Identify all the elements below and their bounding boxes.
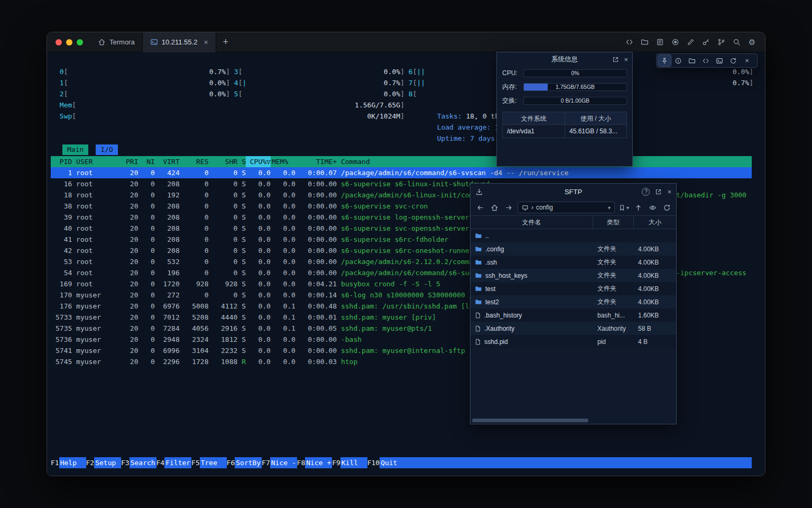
memory-usage-value: 1.75GB/7.65GB: [524, 84, 626, 90]
time-cell: 0:00.00: [296, 223, 337, 234]
virt-cell: 208: [155, 223, 180, 234]
refresh-icon[interactable]: [726, 55, 740, 67]
up-directory-icon[interactable]: [633, 202, 643, 213]
close-window-button[interactable]: [56, 39, 62, 46]
column-size[interactable]: 大小: [634, 216, 676, 229]
process-row[interactable]: 1 root 20 0 424 0 0 S 0.0 0.0 0:00.07 /p…: [51, 167, 752, 178]
swap-meter: Swp[ 0K/1024M]: [56, 111, 404, 122]
folder-icon[interactable]: [640, 38, 649, 47]
record-icon[interactable]: [671, 38, 680, 47]
current-directory: config: [536, 204, 553, 211]
open-in-window-icon[interactable]: [655, 188, 662, 195]
column-ni[interactable]: NI: [139, 156, 155, 167]
code-icon[interactable]: [699, 55, 713, 67]
column-virt[interactable]: VIRT: [155, 156, 180, 167]
column-filename[interactable]: 文件名: [470, 216, 593, 229]
close-tab-icon[interactable]: ×: [204, 38, 208, 47]
close-panel-icon[interactable]: ×: [667, 188, 671, 195]
titlebar-toolbar: ⚙: [625, 38, 765, 47]
cpu-percent: 0.0%: [209, 77, 226, 88]
close-panel-icon[interactable]: ×: [624, 56, 628, 63]
shr-cell: 928: [209, 278, 238, 289]
home-icon[interactable]: [489, 202, 500, 213]
tab-ssh-session[interactable]: 10.211.55.2 ×: [142, 32, 216, 52]
shr-cell: 0: [209, 267, 238, 278]
function-key[interactable]: F1Help: [51, 457, 86, 468]
pid-cell: 5745: [56, 356, 72, 367]
edit-icon[interactable]: [686, 38, 695, 47]
file-size-cell: 4.00KB: [634, 272, 676, 279]
function-key[interactable]: F9Kill: [332, 457, 367, 468]
virt-cell: 7012: [155, 312, 180, 323]
file-row[interactable]: .Xauthority Xauthority 58 B: [470, 322, 676, 335]
zoom-window-button[interactable]: [77, 39, 83, 46]
function-key[interactable]: F4Filter: [156, 457, 192, 468]
column-filesystem[interactable]: 文件系统: [503, 112, 565, 124]
new-tab-button[interactable]: +: [216, 37, 236, 48]
function-key[interactable]: F3Search: [121, 457, 156, 468]
file-type-cell: Xauthority: [593, 325, 634, 332]
forward-icon[interactable]: [503, 202, 514, 213]
column-usage-size[interactable]: 使用 / 大小: [565, 112, 626, 124]
file-row[interactable]: sshd.pid pid 4 B: [470, 335, 676, 348]
back-icon[interactable]: [475, 202, 485, 213]
terminal-icon[interactable]: [713, 55, 726, 67]
log-icon[interactable]: [656, 38, 665, 47]
help-icon[interactable]: ?: [642, 188, 650, 196]
settings-icon[interactable]: ⚙: [748, 38, 756, 47]
scrollbar-thumb[interactable]: [472, 419, 588, 422]
computer-icon: [522, 204, 529, 211]
memory-usage-row: 内存: 1.75GB/7.65GB: [497, 80, 632, 94]
show-hidden-icon[interactable]: [647, 202, 658, 213]
function-key[interactable]: F8Nice +: [297, 457, 333, 468]
column-pid[interactable]: PID: [56, 156, 72, 167]
folder-icon[interactable]: [685, 55, 699, 67]
file-row[interactable]: .bash_history bash_hi... 1.60KB: [470, 309, 676, 322]
branch-icon[interactable]: [717, 38, 726, 47]
tab-main[interactable]: Main: [62, 144, 88, 155]
function-key-label: Nice -: [270, 457, 297, 468]
minimize-window-button[interactable]: [66, 39, 72, 46]
function-key[interactable]: F5Tree: [191, 457, 227, 468]
filesystem-row[interactable]: /dev/vda1 45.61GB / 58.3...: [503, 125, 626, 138]
column-cpu-sort[interactable]: CPU%▽: [246, 156, 271, 167]
function-key[interactable]: F7Nice -: [262, 457, 297, 468]
file-row[interactable]: ..: [470, 229, 676, 242]
info-icon[interactable]: [671, 55, 685, 67]
column-user[interactable]: USER: [72, 156, 117, 167]
column-res[interactable]: RES: [180, 156, 209, 167]
file-name: test2: [485, 298, 499, 306]
function-key[interactable]: F2Setup: [86, 457, 122, 468]
function-key[interactable]: F10Quit: [367, 457, 407, 468]
open-in-window-icon[interactable]: [612, 56, 619, 63]
file-row[interactable]: test2 文件夹 4.00KB: [470, 295, 676, 309]
file-row[interactable]: test 文件夹 4.00KB: [470, 282, 676, 295]
key-icon[interactable]: [702, 38, 710, 47]
close-icon[interactable]: ×: [740, 55, 754, 67]
pin-icon[interactable]: [658, 55, 671, 67]
column-state[interactable]: S: [237, 156, 246, 167]
tab-io[interactable]: I/O: [96, 144, 117, 155]
download-icon[interactable]: [475, 188, 483, 196]
horizontal-scrollbar[interactable]: [472, 419, 675, 422]
pri-cell: 20: [117, 189, 138, 201]
file-size-cell: 4.00KB: [634, 298, 676, 306]
column-shr[interactable]: SHR: [209, 156, 238, 167]
path-breadcrumb[interactable]: › config ▾: [518, 202, 615, 213]
file-row[interactable]: .ssh 文件夹 4.00KB: [470, 256, 676, 269]
function-key-number: F10: [367, 457, 380, 468]
time-cell: 0:00.00: [296, 212, 337, 223]
function-key[interactable]: F6SortBy: [227, 457, 262, 468]
column-type[interactable]: 类型: [593, 216, 634, 229]
column-pri[interactable]: PRI: [117, 156, 138, 167]
file-row[interactable]: ssh_host_keys 文件夹 4.00KB: [470, 269, 676, 282]
refresh-icon[interactable]: [661, 202, 672, 213]
chevron-down-icon[interactable]: ▾: [608, 205, 611, 211]
column-time[interactable]: TIME+: [296, 156, 337, 167]
file-row[interactable]: .config 文件夹 4.00KB: [470, 242, 676, 256]
code-icon[interactable]: [625, 38, 634, 47]
search-icon[interactable]: [732, 38, 741, 47]
bookmarks-button[interactable]: ▾: [619, 204, 629, 211]
tab-home[interactable]: Termora: [90, 32, 142, 52]
column-mem[interactable]: MEM%: [271, 156, 296, 167]
